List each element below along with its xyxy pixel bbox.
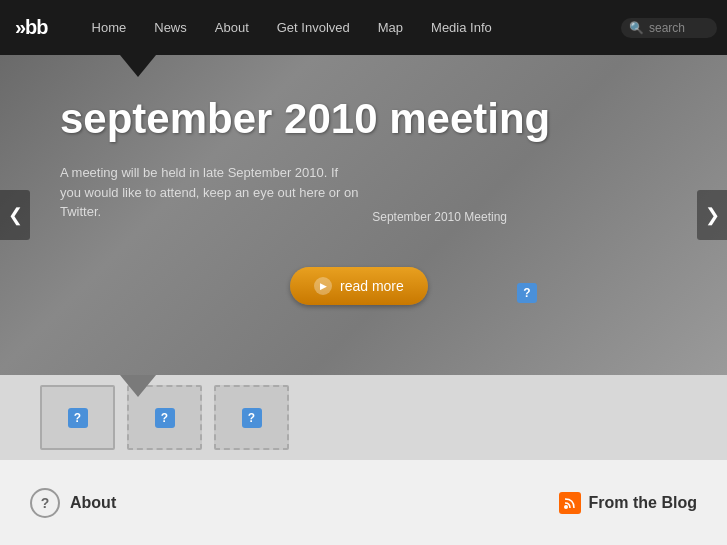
thumb-question-1: ? <box>155 408 175 428</box>
hero-caption: September 2010 Meeting <box>372 210 507 224</box>
hero-pointer-arrow <box>120 55 156 77</box>
nav-item-home[interactable]: Home <box>78 0 141 55</box>
play-icon: ▶ <box>314 277 332 295</box>
svg-point-0 <box>564 505 568 509</box>
hero-title: september 2010 meeting <box>60 95 667 143</box>
nav-item-news[interactable]: News <box>140 0 201 55</box>
bottom-section: ? About From the Blog <box>0 460 727 545</box>
thumbnail-item-0[interactable]: ? <box>40 385 115 450</box>
strip-pointer-arrow <box>120 375 156 397</box>
thumbnail-strip: ? ? ? <box>0 375 727 460</box>
search-box: 🔍 <box>621 18 717 38</box>
read-more-label: read more <box>340 278 404 294</box>
read-more-button[interactable]: ▶ read more <box>290 267 428 305</box>
prev-arrow-button[interactable]: ❮ <box>0 190 30 240</box>
about-section: ? About <box>30 488 116 518</box>
blog-label: From the Blog <box>589 494 697 512</box>
nav-item-media-info[interactable]: Media Info <box>417 0 506 55</box>
nav-item-get-involved[interactable]: Get Involved <box>263 0 364 55</box>
nav-item-about[interactable]: About <box>201 0 263 55</box>
hero-content: september 2010 meeting A meeting will be… <box>0 55 727 242</box>
search-input[interactable] <box>649 21 709 35</box>
about-help-icon: ? <box>30 488 60 518</box>
hero-question-icon: ? <box>517 283 537 303</box>
thumb-question-2: ? <box>242 408 262 428</box>
thumb-question-0: ? <box>68 408 88 428</box>
blog-section: From the Blog <box>559 492 697 514</box>
header: »bb Home News About Get Involved Map Med… <box>0 0 727 55</box>
about-label: About <box>70 494 116 512</box>
thumbnail-item-2[interactable]: ? <box>214 385 289 450</box>
rss-icon <box>559 492 581 514</box>
hero-description: A meeting will be held in late September… <box>60 163 360 222</box>
nav: Home News About Get Involved Map Media I… <box>78 0 506 55</box>
logo[interactable]: »bb <box>15 16 48 39</box>
hero-slider: september 2010 meeting A meeting will be… <box>0 55 727 375</box>
search-icon: 🔍 <box>629 21 644 35</box>
nav-item-map[interactable]: Map <box>364 0 417 55</box>
next-arrow-button[interactable]: ❯ <box>697 190 727 240</box>
